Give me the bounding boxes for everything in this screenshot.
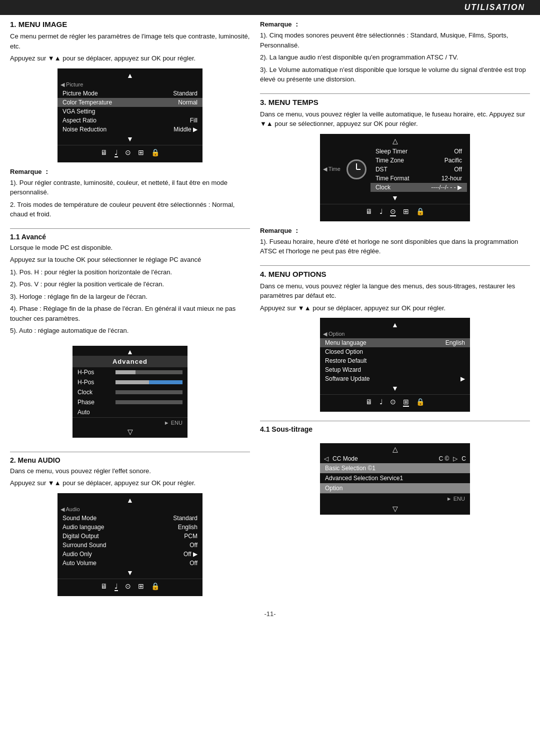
- section11-heading: 1.1 Avancé: [10, 233, 250, 241]
- section-audio-note: Remarque ： 1). Cinq modes sonores peuven…: [260, 20, 530, 84]
- options-row-2: Restore Default: [320, 356, 470, 365]
- picture-menu-arrow-down: ▼: [58, 135, 202, 143]
- icon-music: ♩: [114, 148, 118, 157]
- audio-arrow-down: ▼: [58, 569, 202, 577]
- section-sous-titrage: 4.1 Sous-titrage △ ◁ CC Mode C © ▷ C Bas…: [260, 425, 530, 520]
- options-menu-box: ▲ ◀ Option Menu language English Closed …: [320, 318, 470, 412]
- icon-music2: ♩: [114, 582, 118, 591]
- options-arrow-up: ▲: [320, 321, 470, 329]
- section3-note-label: Remarque ：: [260, 226, 530, 235]
- picture-row-0: Picture Mode Standard: [58, 89, 202, 98]
- section1-para2: Appuyez sur ▼▲ pour se déplacer, appuyez…: [10, 53, 250, 63]
- time-row-3: Time Format 12-hour: [370, 174, 467, 183]
- picture-row-1: Color Temperature Normal: [58, 98, 202, 107]
- cc-footer: ► ENU: [320, 493, 470, 504]
- time-rows: Sleep Timer Off Time Zone Pacific DST Of…: [370, 147, 467, 192]
- section4-heading: 4. MENU OPTIONS: [260, 270, 530, 278]
- advanced-row-hpos1: H-Pos: [72, 367, 188, 377]
- options-nav: ◀ Option: [320, 330, 470, 338]
- icon-lock3: 🔒: [416, 207, 424, 216]
- avance-para7: 5). Auto : réglage automatique de l'écra…: [10, 326, 250, 336]
- advanced-arrow-down: ▽: [72, 428, 188, 436]
- section1-heading: 1. MENU IMAGE: [10, 20, 250, 28]
- clock-icon: [346, 159, 366, 179]
- audio-row-2: Digital Output PCM: [58, 532, 202, 541]
- icon-display: 🖥: [100, 148, 108, 157]
- picture-menu-box: ▲ ◀ Picture Picture Mode Standard Color …: [58, 68, 202, 162]
- picture-row-2: VGA Setting: [58, 107, 202, 116]
- cc-row-2: Option: [320, 483, 470, 493]
- audio-row-0: Sound Mode Standard: [58, 514, 202, 523]
- avance-para1: Lorsque le mode PC est disponible.: [10, 243, 250, 253]
- section-audio: 2. Menu AUDIO Dans ce menu, vous pouvez …: [10, 456, 250, 596]
- right-column: Remarque ： 1). Cinq modes sonores peuven…: [260, 20, 530, 605]
- advanced-row-auto: Auto: [72, 407, 188, 417]
- section4-para2: Appuyez sur ▼▲ pour se déplacer, appuyez…: [260, 303, 530, 313]
- page-header: UTILISATION: [0, 0, 540, 15]
- time-row-0: Sleep Timer Off: [370, 147, 467, 156]
- advanced-row-hpos2: H-Pos: [72, 377, 188, 387]
- options-row-4: Software Update ▶: [320, 374, 470, 383]
- icon-lock: 🔒: [151, 148, 160, 157]
- advanced-title: Advanced: [72, 356, 188, 367]
- section1-para1: Ce menu permet de régler les paramètres …: [10, 31, 250, 51]
- avance-para2: Appuyez sur la touche OK pour sélectionn…: [10, 255, 250, 265]
- icon-grid3: ⊞: [403, 207, 409, 216]
- advanced-row-phase: Phase: [72, 397, 188, 407]
- section41-heading: 4.1 Sous-titrage: [260, 425, 530, 433]
- section2-heading: 2. Menu AUDIO: [10, 456, 250, 464]
- section3-heading: 3. MENU TEMPS: [260, 98, 530, 106]
- section3-note-text: 1). Fuseau horaire, heure d'été et horlo…: [260, 237, 530, 256]
- picture-menu-arrow-up: ▲: [58, 71, 202, 79]
- section-menu-image: 1. MENU IMAGE Ce menu permet de régler l…: [10, 20, 250, 219]
- icon-clock2: ⊙: [125, 582, 131, 591]
- cc-arrow-down: ▽: [320, 505, 470, 513]
- section-avance: 1.1 Avancé Lorsque le mode PC est dispon…: [10, 233, 250, 443]
- time-row-1: Time Zone Pacific: [370, 156, 467, 165]
- cc-menu-box: △ ◁ CC Mode C © ▷ C Basic Selection ©1 A…: [320, 443, 470, 515]
- time-row-4: Clock ----/--/- - - ▶: [370, 183, 467, 192]
- audio-note-label: Remarque ：: [260, 20, 530, 29]
- cc-arrow-up: △: [320, 445, 470, 453]
- audio-menu-icons: 🖥 ♩ ⊙ ⊞ 🔒: [58, 579, 202, 593]
- section-options: 4. MENU OPTIONS Dans ce menu, vous pouve…: [260, 270, 530, 412]
- cc-row-1: Advanced Selection Service1: [320, 473, 470, 483]
- icon-music4: ♩: [380, 398, 383, 407]
- picture-menu-nav: ◀ Picture: [58, 80, 202, 89]
- options-row-1: Closed Option: [320, 347, 470, 356]
- cc-top-row: ◁ CC Mode C © ▷ C: [320, 454, 470, 463]
- icon-clock3: ⊙: [390, 207, 396, 216]
- icon-music3: ♩: [380, 207, 383, 216]
- section-temps: 3. MENU TEMPS Dans ce menu, vous pouvez …: [260, 98, 530, 256]
- options-row-0: Menu language English: [320, 338, 470, 347]
- audio-menu-box: ▲ ◀ Audio Sound Mode Standard Audio lang…: [58, 493, 202, 596]
- time-row-2: DST Off: [370, 165, 467, 174]
- avance-para3: 1). Pos. H : pour régler la position hor…: [10, 267, 250, 277]
- icon-lock4: 🔒: [416, 398, 424, 407]
- options-menu-icons: 🖥 ♩ ⊙ ⊞ 🔒: [320, 394, 470, 409]
- time-menu-icons: 🖥 ♩ ⊙ ⊞ 🔒: [320, 204, 470, 218]
- section2-para1: Dans ce menu, vous pouvez régler l'effet…: [10, 466, 250, 476]
- picture-menu-icons: 🖥 ♩ ⊙ ⊞ 🔒: [58, 145, 202, 159]
- time-nav-row: ◀ Time Sleep Timer Off Time Zone Pacific: [320, 146, 470, 193]
- section1-note-label: Remarque ：: [10, 167, 250, 176]
- icon-clock4: ⊙: [390, 398, 396, 407]
- advanced-row-clock: Clock: [72, 387, 188, 397]
- section4-para1: Dans ce menu, vous pouvez régler la lang…: [260, 281, 530, 301]
- icon-display4: 🖥: [366, 398, 372, 407]
- picture-nav-label: ◀ Picture: [60, 81, 83, 88]
- audio-arrow-up: ▲: [58, 496, 202, 504]
- left-column: 1. MENU IMAGE Ce menu permet de régler l…: [10, 20, 250, 605]
- avance-para4: 2). Pos. V : pour régler la position ver…: [10, 279, 250, 289]
- icon-grid4: ⊞: [403, 398, 409, 407]
- icon-display2: 🖥: [100, 582, 108, 591]
- cc-row-0: Basic Selection ©1: [320, 463, 470, 473]
- header-title: UTILISATION: [464, 3, 525, 11]
- icon-clock: ⊙: [125, 148, 131, 157]
- audio-row-1: Audio language English: [58, 523, 202, 532]
- picture-row-3: Aspect Ratio Fill: [58, 116, 202, 125]
- advanced-footer: ► ENU: [72, 417, 188, 428]
- picture-row-4: Noise Reduction Middle ▶: [58, 125, 202, 134]
- icon-lock2: 🔒: [151, 582, 160, 591]
- section2-para2: Appuyez sur ▼▲ pour se déplacer, appuyez…: [10, 478, 250, 488]
